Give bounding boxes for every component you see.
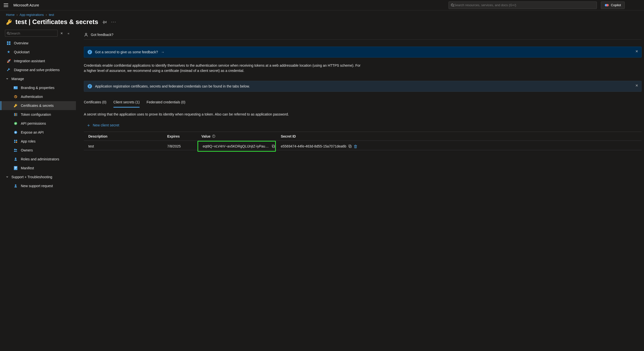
tab-certificates[interactable]: Certificates (0)	[84, 98, 106, 108]
sidebar-item-label: App roles	[21, 139, 36, 143]
support-icon	[14, 184, 18, 188]
breadcrumb-home[interactable]: Home	[6, 13, 15, 16]
quickstart-icon	[6, 50, 11, 54]
hamburger-menu[interactable]	[0, 3, 12, 7]
sidebar-item-manifest[interactable]: Manifest	[0, 164, 76, 173]
sidebar-item-authentication[interactable]: Authentication	[0, 92, 76, 101]
chevron-down-icon	[6, 78, 10, 80]
svg-rect-13	[14, 86, 18, 89]
sidebar-item-app-roles[interactable]: App roles	[0, 137, 76, 146]
page-title: test | Certificates & secrets	[16, 18, 98, 26]
svg-point-6	[606, 4, 609, 6]
expose-api-icon	[14, 130, 18, 135]
close-icon[interactable]: ✕	[635, 83, 638, 87]
sidebar-item-diagnose[interactable]: Diagnose and solve problems	[0, 65, 76, 74]
page-title-section: Certificates & secrets	[32, 18, 98, 25]
svg-rect-29	[14, 166, 17, 170]
sidebar-search-input[interactable]	[10, 31, 56, 35]
sidebar-item-expose-api[interactable]: Expose an API	[0, 128, 76, 137]
owners-icon	[14, 148, 18, 152]
svg-rect-0	[4, 3, 8, 4]
chevron-right-icon: ›	[46, 13, 47, 16]
tab-description: A secret string that the application use…	[84, 112, 642, 116]
svg-rect-9	[7, 41, 8, 43]
cell-value: eqt8Q~vLV4rV~av5KDRgQLIJnjtZ-iyPauc...	[198, 141, 276, 152]
sidebar-item-integration[interactable]: 🚀 Integration assistant	[0, 56, 76, 65]
sidebar-item-label: Authentication	[21, 95, 43, 99]
svg-rect-22	[14, 140, 16, 141]
new-client-secret-label: New client secret	[93, 123, 119, 127]
copilot-button[interactable]: Copilot	[601, 1, 625, 9]
tab-client-secrets[interactable]: Client secrets (1)	[113, 98, 140, 108]
global-search-input[interactable]	[454, 3, 595, 7]
delete-icon[interactable]	[354, 144, 357, 148]
svg-rect-41	[349, 145, 351, 147]
feedback-banner-link[interactable]: →	[161, 50, 164, 54]
copilot-label: Copilot	[611, 3, 621, 7]
sidebar-item-quickstart[interactable]: Quickstart	[0, 48, 76, 56]
sidebar-item-branding[interactable]: Branding & properties	[0, 83, 76, 92]
copy-icon[interactable]	[348, 144, 352, 148]
feedback-banner: i Got a second to give us some feedback?…	[84, 47, 642, 57]
sidebar-item-certificates[interactable]: Certificates & secrets	[0, 101, 76, 110]
svg-rect-12	[9, 43, 10, 45]
sidebar-group-support[interactable]: Support + Troubleshooting	[0, 173, 76, 181]
pin-icon[interactable]	[103, 20, 107, 24]
info-icon[interactable]	[212, 135, 215, 138]
svg-point-27	[16, 149, 17, 150]
api-permissions-icon	[14, 121, 18, 126]
column-description: Description	[84, 134, 163, 138]
copy-icon[interactable]	[272, 144, 275, 148]
sidebar-item-token[interactable]: Token configuration	[0, 110, 76, 119]
overview-icon	[6, 41, 11, 45]
brand-label[interactable]: Microsoft Azure	[14, 3, 39, 7]
sidebar-item-label: Branding & properties	[21, 86, 54, 90]
sidebar-item-new-support[interactable]: New support request	[0, 181, 76, 190]
feedback-label: Got feedback?	[91, 33, 113, 37]
top-bar: Microsoft Azure Copilot	[0, 0, 644, 10]
credentials-description: Credentials enable confidential applicat…	[84, 63, 362, 73]
feedback-bar[interactable]: Got feedback?	[84, 30, 642, 40]
sidebar-item-label: Overview	[14, 41, 28, 45]
svg-rect-25	[16, 142, 17, 143]
collapse-sidebar-icon[interactable]: «	[66, 30, 72, 36]
sidebar-item-label: API permissions	[21, 121, 46, 125]
breadcrumb-app-registrations[interactable]: App registrations	[20, 13, 44, 16]
breadcrumb-test[interactable]: test	[49, 13, 54, 16]
svg-point-37	[213, 135, 214, 136]
sidebar-group-label: Support + Troubleshooting	[12, 175, 52, 179]
wrench-icon	[6, 68, 11, 72]
svg-point-21	[15, 132, 16, 133]
global-search[interactable]	[448, 1, 597, 9]
clear-search-icon[interactable]: ✕	[58, 30, 64, 36]
feedback-banner-text: Got a second to give us some feedback?	[95, 50, 158, 54]
svg-rect-18	[16, 113, 17, 116]
sidebar-item-label: New support request	[21, 184, 53, 188]
sidebar-group-manage[interactable]: Manage	[0, 74, 76, 83]
svg-rect-11	[7, 43, 8, 45]
more-icon[interactable]: ···	[111, 19, 116, 24]
svg-rect-40	[349, 145, 351, 148]
roles-admin-icon	[14, 157, 18, 161]
tabs-info-text: Application registration certificates, s…	[95, 84, 250, 88]
sidebar-item-label: Quickstart	[14, 50, 30, 54]
close-icon[interactable]: ✕	[635, 49, 638, 53]
secrets-table: Description Expires Value Secret ID test…	[84, 132, 642, 150]
chevron-right-icon: ›	[16, 13, 18, 16]
sidebar: ✕ « Overview Quickstart 🚀 Integration as…	[0, 30, 76, 190]
table-header: Description Expires Value Secret ID	[84, 132, 642, 141]
tab-federated[interactable]: Federated credentials (0)	[146, 98, 185, 108]
sidebar-search[interactable]	[5, 30, 58, 37]
sidebar-item-owners[interactable]: Owners	[0, 146, 76, 155]
svg-rect-39	[272, 145, 274, 147]
sidebar-item-api-permissions[interactable]: API permissions	[0, 119, 76, 128]
sidebar-item-overview[interactable]: Overview	[0, 39, 76, 48]
key-icon	[6, 19, 12, 25]
copilot-icon	[604, 3, 609, 7]
breadcrumb: Home › App registrations › test	[0, 10, 644, 16]
svg-rect-42	[354, 145, 356, 148]
tabs: Certificates (0) Client secrets (1) Fede…	[84, 98, 642, 108]
new-client-secret-button[interactable]: ＋ New client secret	[84, 122, 642, 128]
sidebar-item-roles-admins[interactable]: Roles and administrators	[0, 155, 76, 164]
svg-rect-31	[15, 168, 16, 168]
